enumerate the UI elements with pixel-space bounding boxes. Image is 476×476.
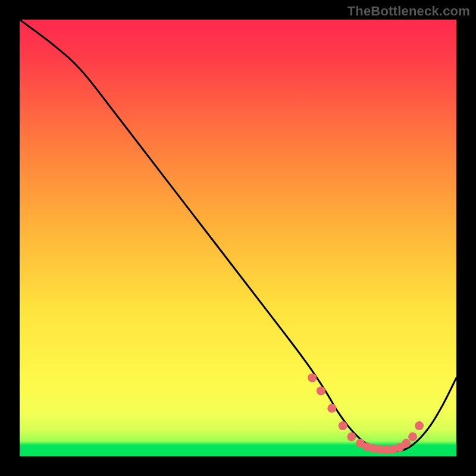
valley-dot bbox=[347, 432, 356, 441]
chart-svg bbox=[20, 20, 456, 456]
valley-dot bbox=[402, 439, 411, 447]
watermark-text: TheBottleneck.com bbox=[347, 4, 470, 19]
valley-dot bbox=[408, 432, 417, 441]
valley-dot bbox=[339, 421, 347, 430]
outer-frame: TheBottleneck.com bbox=[0, 0, 476, 476]
valley-dot bbox=[415, 421, 424, 430]
valley-dot bbox=[327, 404, 336, 413]
valley-dot bbox=[317, 386, 325, 395]
valley-dot bbox=[308, 373, 317, 382]
plot-area bbox=[20, 20, 456, 456]
svg-rect-0 bbox=[20, 20, 456, 456]
